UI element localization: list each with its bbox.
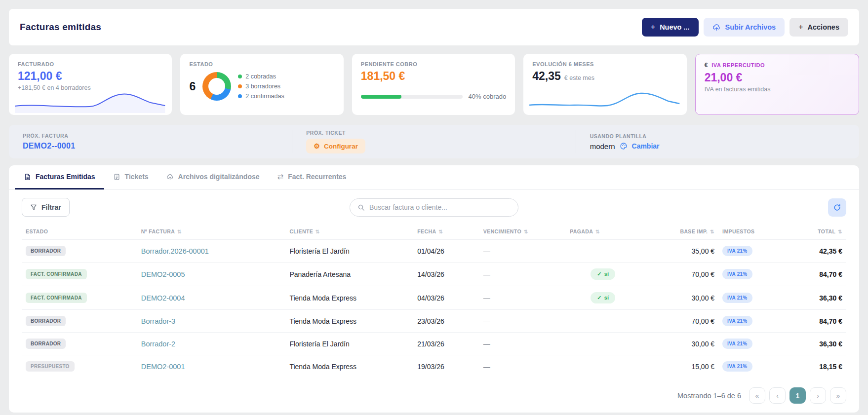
paid-cell: ✓sí bbox=[566, 263, 640, 286]
cobro-progress-label: 40% cobrado bbox=[469, 93, 507, 100]
due-cell: — bbox=[479, 355, 566, 378]
invoice-number-cell: Borrador-2 bbox=[137, 333, 286, 355]
column-header[interactable]: Nº FACTURA⇅ bbox=[137, 222, 286, 240]
column-header[interactable]: VENCIMIENTO⇅ bbox=[479, 222, 566, 240]
column-header[interactable]: CLIENTE⇅ bbox=[285, 222, 413, 240]
estado-count: 6 bbox=[189, 80, 196, 93]
column-header[interactable]: BASE IMP.⇅ bbox=[640, 222, 718, 240]
subir-archivos-button[interactable]: Subir Archivos bbox=[704, 18, 785, 37]
sort-icon[interactable]: ⇅ bbox=[438, 229, 443, 234]
invoice-number-cell: DEMO2-0001 bbox=[137, 355, 286, 378]
invoice-number-cell: Borrador-3 bbox=[137, 310, 286, 333]
invoice-number-link[interactable]: Borrador-2 bbox=[141, 340, 175, 348]
tab-tickets[interactable]: Tickets bbox=[104, 165, 158, 189]
acciones-button[interactable]: + Acciones bbox=[789, 18, 848, 37]
tab-archivos-digitalizandose[interactable]: Archivos digitalizándose bbox=[158, 165, 269, 189]
page: Facturas emitidas + Nuevo ... Subir Arch… bbox=[0, 0, 868, 415]
base-cell: 70,00 € bbox=[640, 310, 718, 333]
pendiente-value: 181,50 € bbox=[361, 70, 506, 83]
sort-icon[interactable]: ⇅ bbox=[710, 229, 714, 234]
table-row[interactable]: FACT. CONFIRMADADEMO2-0005Panadería Arte… bbox=[22, 263, 846, 286]
status-badge: FACT. CONFIRMADA bbox=[26, 293, 87, 303]
first-page-button[interactable]: « bbox=[749, 387, 765, 404]
next-page-button[interactable]: › bbox=[810, 387, 826, 404]
tab-facturas-emitidas[interactable]: Facturas Emitidas bbox=[15, 165, 104, 189]
tax-cell: IVA 21% bbox=[718, 286, 792, 310]
configurar-button[interactable]: ⚙ Configurar bbox=[306, 139, 365, 153]
cloud-upload-icon bbox=[712, 23, 721, 32]
tab-bar: Facturas Emitidas Tickets Archivos digit… bbox=[9, 165, 859, 190]
evolucion-sparkline bbox=[528, 87, 681, 113]
invoice-number-link[interactable]: Borrador.2026-00001 bbox=[141, 247, 209, 255]
table-row[interactable]: PRESUPUESTODEMO2-0001Tienda Moda Express… bbox=[22, 355, 846, 378]
prox-ticket-label: PRÓX. TICKET bbox=[306, 130, 561, 136]
base-cell: 30,00 € bbox=[640, 286, 718, 310]
paid-cell: ✓sí bbox=[566, 286, 640, 310]
table-toolbar: Filtrar bbox=[9, 190, 859, 222]
pendiente-label: PENDIENTE COBRO bbox=[361, 61, 506, 67]
search-input[interactable] bbox=[369, 203, 511, 211]
page-1-button[interactable]: 1 bbox=[789, 387, 806, 404]
tab-label: Tickets bbox=[125, 173, 149, 181]
ticket-icon bbox=[113, 173, 120, 181]
date-cell: 21/03/26 bbox=[413, 333, 479, 355]
paid-badge: ✓sí bbox=[591, 292, 615, 303]
legend-dot bbox=[238, 94, 242, 98]
invoices-table: ESTADONº FACTURA⇅CLIENTE⇅FECHA⇅VENCIMIEN… bbox=[22, 222, 846, 377]
table-header-row: ESTADONº FACTURA⇅CLIENTE⇅FECHA⇅VENCIMIEN… bbox=[22, 222, 846, 240]
page-title: Facturas emitidas bbox=[20, 22, 101, 33]
status-badge: BORRADOR bbox=[26, 339, 66, 349]
cloud-upload-icon bbox=[166, 173, 174, 181]
sort-icon[interactable]: ⇅ bbox=[595, 229, 600, 234]
column-header[interactable]: TOTAL⇅ bbox=[792, 222, 846, 240]
header-actions: + Nuevo ... Subir Archivos + Acciones bbox=[642, 18, 848, 37]
nuevo-button[interactable]: + Nuevo ... bbox=[642, 18, 699, 37]
table-row[interactable]: BORRADORBorrador.2026-00001Floristería E… bbox=[22, 240, 846, 263]
legend-item-confirmadas: 2 confirmadas bbox=[238, 93, 284, 100]
paid-badge: ✓sí bbox=[591, 268, 615, 280]
sort-icon[interactable]: ⇅ bbox=[838, 229, 842, 234]
sort-icon[interactable]: ⇅ bbox=[316, 229, 320, 234]
column-header[interactable]: FECHA⇅ bbox=[413, 222, 479, 240]
tab-label: Fact. Recurrentes bbox=[288, 173, 346, 181]
plus-icon: + bbox=[651, 23, 655, 32]
column-label: FECHA bbox=[417, 228, 436, 234]
paid-cell bbox=[566, 240, 640, 263]
base-cell: 30,00 € bbox=[640, 333, 718, 355]
invoice-number-link[interactable]: Borrador-3 bbox=[141, 317, 175, 325]
filter-button[interactable]: Filtrar bbox=[22, 198, 70, 217]
tax-badge: IVA 21% bbox=[722, 316, 752, 326]
client-cell: Panadería Artesana bbox=[285, 263, 413, 286]
invoice-number-link[interactable]: DEMO2-0004 bbox=[141, 294, 185, 302]
sort-icon[interactable]: ⇅ bbox=[177, 229, 182, 234]
tax-badge: IVA 21% bbox=[722, 339, 752, 349]
column-label: VENCIMIENTO bbox=[483, 228, 521, 234]
column-header: ESTADO bbox=[22, 222, 137, 240]
cambiar-link[interactable]: Cambiar bbox=[632, 142, 660, 150]
table-row[interactable]: BORRADORBorrador-3Tienda Moda Express23/… bbox=[22, 310, 846, 333]
column-header[interactable]: PAGADA⇅ bbox=[566, 222, 640, 240]
sort-icon[interactable]: ⇅ bbox=[524, 229, 528, 234]
due-cell: — bbox=[479, 333, 566, 355]
tab-fact-recurrentes[interactable]: ⇄ Fact. Recurrentes bbox=[269, 165, 355, 189]
tax-badge: IVA 21% bbox=[722, 361, 752, 372]
total-cell: 36,30 € bbox=[792, 333, 846, 355]
prev-page-button[interactable]: ‹ bbox=[769, 387, 786, 404]
pagination-buttons: « ‹ 1 › » bbox=[749, 387, 846, 404]
euro-icon: € bbox=[705, 62, 708, 69]
invoice-number-link[interactable]: DEMO2-0005 bbox=[141, 270, 185, 278]
evolucion-label: EVOLUCIÓN 6 MESES bbox=[532, 61, 677, 67]
client-cell: Tienda Moda Express bbox=[285, 355, 413, 378]
refresh-button[interactable] bbox=[828, 198, 846, 217]
last-page-button[interactable]: » bbox=[830, 387, 846, 404]
table-row[interactable]: BORRADORBorrador-2Floristería El Jardín2… bbox=[22, 333, 846, 355]
status-cell: BORRADOR bbox=[22, 310, 137, 333]
table-row[interactable]: FACT. CONFIRMADADEMO2-0004Tienda Moda Ex… bbox=[22, 286, 846, 310]
tax-cell: IVA 21% bbox=[718, 355, 792, 378]
legend-label: 2 confirmadas bbox=[245, 93, 284, 100]
status-cell: BORRADOR bbox=[22, 240, 137, 263]
invoice-number-link[interactable]: DEMO2-0001 bbox=[141, 363, 185, 371]
palette-icon bbox=[620, 142, 628, 150]
legend-item-borradores: 3 borradores bbox=[238, 83, 284, 90]
date-cell: 01/04/26 bbox=[413, 240, 479, 263]
